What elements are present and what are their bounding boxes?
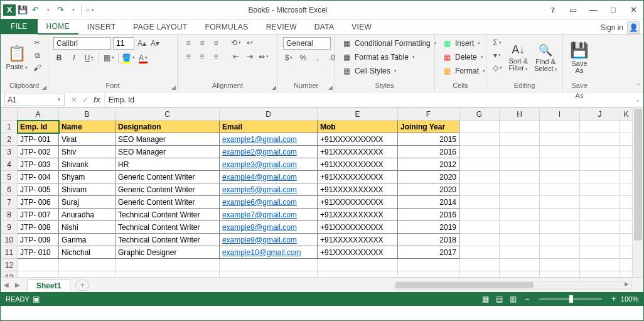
cell[interactable]: example6@gmail.com: [220, 196, 318, 209]
fill-icon[interactable]: ▾: [491, 50, 503, 61]
sign-in[interactable]: Sign in 👤: [600, 21, 643, 34]
cell[interactable]: Generic Content Writer: [115, 183, 220, 196]
number-launcher-icon[interactable]: ◢: [328, 84, 333, 90]
cell[interactable]: [500, 271, 540, 278]
grow-font-icon[interactable]: A▴: [136, 38, 148, 49]
cell[interactable]: [540, 246, 580, 259]
cell[interactable]: [500, 234, 540, 246]
row-header-5[interactable]: 5: [1, 171, 18, 183]
cell[interactable]: JTP- 002: [18, 146, 59, 158]
cell[interactable]: [540, 271, 580, 278]
cell[interactable]: [540, 259, 580, 271]
cell[interactable]: [59, 271, 115, 278]
cell[interactable]: [459, 234, 500, 246]
align-center-icon[interactable]: ≡: [196, 51, 208, 62]
cell[interactable]: [620, 146, 633, 158]
cell[interactable]: [459, 133, 500, 146]
cell[interactable]: example10@gmail.com: [220, 246, 318, 259]
zoom-slider[interactable]: [539, 298, 602, 300]
cell[interactable]: example5@gmail.com: [220, 183, 318, 196]
cell[interactable]: example9@gmail.com: [220, 234, 318, 246]
cell[interactable]: [318, 259, 398, 271]
cell[interactable]: +91XXXXXXXXXX: [318, 158, 398, 171]
cell[interactable]: [580, 209, 620, 221]
clear-icon[interactable]: ◇: [491, 62, 503, 73]
comma-icon[interactable]: ,: [312, 52, 323, 63]
cell[interactable]: +91XXXXXXXXXX: [318, 133, 398, 146]
macro-record-icon[interactable]: ▣: [30, 295, 43, 303]
align-middle-icon[interactable]: ≡: [196, 37, 208, 48]
col-header-k[interactable]: K: [620, 108, 633, 121]
col-header-i[interactable]: I: [540, 108, 580, 121]
tab-page-layout[interactable]: PAGE LAYOUT: [124, 20, 196, 34]
col-header-g[interactable]: G: [459, 108, 500, 121]
cell[interactable]: [500, 146, 540, 158]
qat-customize-icon[interactable]: =: [84, 4, 95, 16]
cells-delete-button[interactable]: ▦Delete: [440, 51, 485, 63]
cell[interactable]: [620, 259, 633, 271]
collapse-ribbon-icon[interactable]: ˆ: [637, 83, 640, 90]
cell[interactable]: JTP- 004: [18, 171, 59, 183]
cell[interactable]: example7@gmail.com: [220, 209, 318, 221]
underline-button[interactable]: U: [83, 52, 95, 63]
cell[interactable]: Technical Content Writer: [115, 234, 220, 246]
cell[interactable]: JTP- 006: [18, 196, 59, 209]
cell[interactable]: [500, 209, 540, 221]
cell[interactable]: [620, 158, 633, 171]
cell[interactable]: [318, 271, 398, 278]
cell[interactable]: [500, 133, 540, 146]
cell[interactable]: [620, 121, 633, 133]
cell[interactable]: [580, 259, 620, 271]
cell[interactable]: Technical Content Writer: [115, 209, 220, 221]
font-color-button[interactable]: A: [137, 52, 149, 63]
cell[interactable]: [398, 259, 459, 271]
cell[interactable]: JTP- 008: [18, 221, 59, 234]
cell[interactable]: [540, 146, 580, 158]
cell[interactable]: 2020: [398, 171, 459, 183]
row-header-8[interactable]: 8: [1, 209, 18, 221]
col-header-f[interactable]: F: [398, 108, 459, 121]
redo-dropdown-icon[interactable]: [67, 4, 78, 16]
cell[interactable]: 2015: [398, 133, 459, 146]
cell[interactable]: Email: [220, 121, 318, 133]
cell[interactable]: [500, 183, 540, 196]
shrink-font-icon[interactable]: A▾: [149, 38, 161, 49]
zoom-thumb[interactable]: [569, 295, 573, 303]
view-page-layout-icon[interactable]: ▤: [493, 295, 507, 303]
cell[interactable]: [540, 221, 580, 234]
percent-icon[interactable]: %: [298, 52, 309, 63]
vertical-scrollbar[interactable]: [632, 107, 643, 277]
paste-button[interactable]: 📋 Paste: [6, 37, 28, 79]
col-header-b[interactable]: B: [59, 108, 115, 121]
cell[interactable]: JTP- 005: [18, 183, 59, 196]
number-format-input[interactable]: [283, 37, 331, 50]
cell[interactable]: [580, 271, 620, 278]
close-button[interactable]: ✕: [623, 3, 643, 18]
cancel-formula-icon[interactable]: ✕: [71, 95, 77, 104]
cell[interactable]: [500, 158, 540, 171]
alignment-launcher-icon[interactable]: ◢: [272, 84, 276, 90]
cell[interactable]: [459, 171, 500, 183]
cell[interactable]: [620, 196, 633, 209]
row-header-9[interactable]: 9: [1, 221, 18, 234]
cell[interactable]: [220, 259, 318, 271]
cell[interactable]: Generic Content Writer: [115, 196, 220, 209]
vscroll-thumb[interactable]: [634, 109, 642, 241]
row-header-7[interactable]: 7: [1, 196, 18, 209]
cell[interactable]: 2016: [398, 146, 459, 158]
tab-review[interactable]: REVIEW: [257, 20, 306, 34]
redo-icon[interactable]: ↷: [55, 4, 66, 16]
cell[interactable]: 2018: [398, 234, 459, 246]
cells-format-button[interactable]: ▦Format: [440, 65, 486, 77]
cell[interactable]: [540, 121, 580, 133]
cell[interactable]: Generic Content Writer: [115, 171, 220, 183]
cell[interactable]: HR: [115, 158, 220, 171]
cell[interactable]: +91XXXXXXXXXX: [318, 246, 398, 259]
cell[interactable]: example3@gmail.com: [220, 158, 318, 171]
cell[interactable]: example2@gmail.com: [220, 146, 318, 158]
fx-icon[interactable]: fx: [94, 95, 100, 104]
currency-icon[interactable]: $: [283, 52, 294, 63]
cell[interactable]: [620, 133, 633, 146]
tab-nav-next-icon[interactable]: ▶: [12, 281, 23, 288]
find-select-button[interactable]: 🔍 Find & Select: [534, 37, 558, 79]
